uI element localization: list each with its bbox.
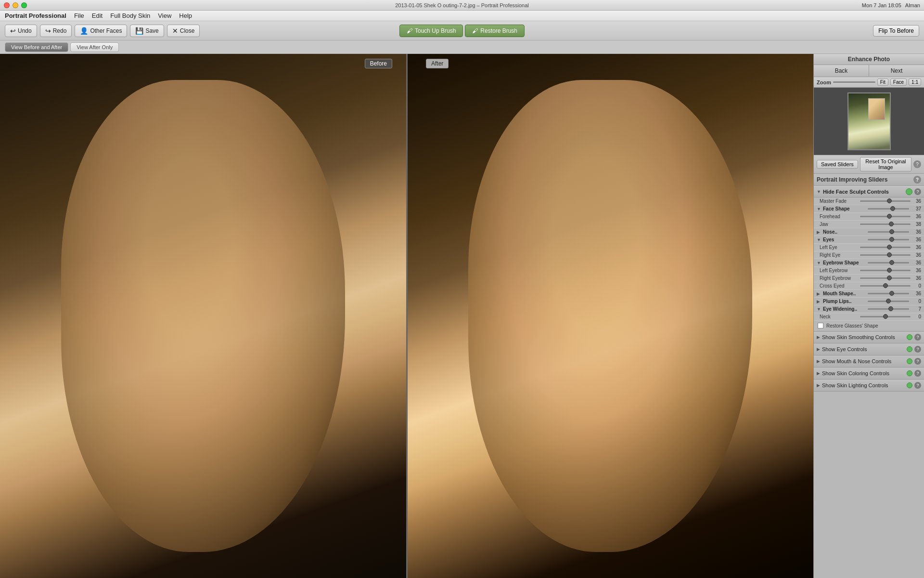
view-before-after-button[interactable]: View Before and After (5, 42, 68, 52)
master-fade-row: Master Fade 36 (814, 197, 924, 205)
cross-eyed-thumb[interactable] (883, 283, 888, 288)
eye-widening-thumb[interactable] (888, 306, 893, 311)
zoom-1to1-button[interactable]: 1:1 (909, 79, 921, 86)
right-eye-track[interactable] (860, 254, 911, 256)
jaw-row: Jaw 38 (814, 221, 924, 228)
menu-full-body-skin[interactable]: Full Body Skin (110, 12, 150, 19)
menu-view[interactable]: View (158, 12, 171, 19)
sliders-scroll[interactable]: ▼ Hide Face Sculpt Controls ? Master Fad… (814, 186, 924, 578)
right-eyebrow-track[interactable] (860, 277, 911, 279)
flip-to-before-button[interactable]: Flip To Before (873, 25, 919, 37)
touch-up-label: Touch Up Brush (415, 27, 456, 34)
mouth-shape-value: 36 (912, 291, 921, 296)
mouth-nose-toggle[interactable] (907, 358, 912, 364)
skin-coloring-help-icon[interactable]: ? (914, 370, 921, 377)
mouth-shape-thumb[interactable] (889, 291, 894, 296)
skin-coloring-toggle[interactable] (907, 370, 912, 376)
skin-coloring-section-btn[interactable]: ▶ Show Skin Coloring Controls ? (814, 368, 924, 380)
view-after-only-button[interactable]: View After Only (70, 42, 119, 52)
zoom-fit-button[interactable]: Fit (877, 79, 888, 86)
cross-eyed-track[interactable] (860, 285, 911, 287)
plump-lips-track[interactable] (868, 301, 909, 302)
close-button[interactable]: ✕ Close (167, 25, 200, 37)
close-window-btn[interactable] (4, 2, 10, 8)
nose-group-header[interactable]: ▶ Nose.. 36 (814, 228, 924, 236)
master-fade-track[interactable] (860, 200, 911, 202)
eyes-group-header[interactable]: ▼ Eyes 36 (814, 236, 924, 244)
back-button[interactable]: Back (814, 65, 869, 77)
menu-help[interactable]: Help (179, 12, 192, 19)
zoom-slider[interactable] (833, 81, 875, 83)
neck-thumb[interactable] (883, 314, 888, 319)
eyebrow-shape-thumb[interactable] (889, 260, 894, 265)
restore-glasses-checkbox[interactable] (818, 323, 823, 328)
other-faces-button[interactable]: 👤 Other Faces (75, 25, 127, 37)
neck-track[interactable] (860, 316, 911, 317)
mouth-nose-help-icon[interactable]: ? (914, 358, 921, 365)
right-eyebrow-value: 36 (912, 276, 921, 281)
face-shape-label: Face Shape (823, 206, 864, 211)
save-button[interactable]: 💾 Save (130, 25, 164, 37)
mouth-nose-section-btn[interactable]: ▶ Show Mouth & Nose Controls ? (814, 355, 924, 368)
left-eyebrow-track[interactable] (860, 270, 911, 271)
eye-widening-group-header[interactable]: ▼ Eye Widening.. 7 (814, 305, 924, 313)
undo-button[interactable]: ↩ Undo (5, 25, 37, 37)
master-fade-thumb[interactable] (887, 198, 892, 203)
window-controls[interactable] (4, 2, 27, 8)
left-eye-track[interactable] (860, 247, 911, 248)
face-sculpt-section-header[interactable]: ▼ Hide Face Sculpt Controls ? (814, 186, 924, 197)
plump-lips-group-header[interactable]: ▶ Plump Lips.. 0 (814, 298, 924, 305)
touch-up-brush-button[interactable]: 🖌 Touch Up Brush (399, 25, 463, 37)
nose-track[interactable] (868, 231, 909, 233)
next-button[interactable]: Next (869, 65, 924, 77)
left-eyebrow-thumb[interactable] (887, 268, 892, 273)
plump-lips-thumb[interactable] (886, 299, 891, 303)
eyes-thumb[interactable] (889, 237, 894, 242)
skin-lighting-help-icon[interactable]: ? (914, 382, 921, 389)
restore-brush-button[interactable]: 🖌 Restore Brush (465, 25, 525, 37)
eyes-track[interactable] (868, 239, 909, 240)
jaw-thumb[interactable] (889, 222, 894, 226)
face-sculpt-help-icon[interactable]: ? (914, 188, 921, 195)
minimize-window-btn[interactable] (13, 2, 18, 8)
menu-file[interactable]: File (74, 12, 84, 19)
forehead-thumb[interactable] (887, 214, 892, 219)
eyebrow-shape-group-header[interactable]: ▼ Eyebrow Shape 36 (814, 259, 924, 267)
reset-help-icon[interactable]: ? (913, 160, 921, 168)
face-shape-track[interactable] (868, 208, 909, 210)
nose-thumb[interactable] (889, 229, 894, 234)
face-sculpt-toggle[interactable] (906, 188, 912, 195)
eye-controls-toggle[interactable] (907, 346, 912, 352)
left-eye-thumb[interactable] (887, 245, 892, 250)
maximize-window-btn[interactable] (21, 2, 27, 8)
eye-controls-help-icon[interactable]: ? (914, 346, 921, 353)
redo-button[interactable]: ↪ Redo (40, 25, 72, 37)
skin-lighting-section-btn[interactable]: ▶ Show Skin Lighting Controls ? (814, 380, 924, 392)
eyebrow-shape-track[interactable] (868, 262, 909, 263)
mouth-shape-group-header[interactable]: ▶ Mouth Shape.. 36 (814, 290, 924, 298)
jaw-track[interactable] (860, 223, 911, 225)
main-layout: Before After Enhance Photo (0, 54, 924, 578)
skin-lighting-toggle[interactable] (907, 382, 912, 388)
before-panel (0, 54, 406, 578)
mouth-shape-track[interactable] (868, 293, 909, 294)
restore-brush-label: Restore Brush (480, 27, 517, 34)
face-shape-arrow: ▼ (817, 207, 821, 211)
mouth-shape-arrow: ▶ (817, 291, 821, 296)
skin-smoothing-toggle[interactable] (907, 334, 912, 340)
eye-controls-section-btn[interactable]: ▶ Show Eye Controls ? (814, 343, 924, 355)
skin-smoothing-section-btn[interactable]: ▶ Show Skin Smoothing Controls ? (814, 331, 924, 343)
skin-smoothing-help-icon[interactable]: ? (914, 334, 921, 341)
zoom-face-button[interactable]: Face (890, 79, 907, 86)
forehead-track[interactable] (860, 216, 911, 217)
face-shape-thumb[interactable] (890, 206, 895, 211)
saved-sliders-button[interactable]: Saved Sliders (817, 160, 858, 169)
reset-to-original-button[interactable]: Reset To Original Image (860, 157, 911, 171)
thumbnail-area (814, 88, 924, 155)
eye-widening-track[interactable] (868, 308, 909, 310)
portrait-help-icon[interactable]: ? (913, 176, 921, 184)
menu-edit[interactable]: Edit (92, 12, 103, 19)
right-eyebrow-thumb[interactable] (887, 276, 892, 280)
face-shape-group-header[interactable]: ▼ Face Shape 37 (814, 205, 924, 213)
right-eye-thumb[interactable] (887, 252, 892, 257)
